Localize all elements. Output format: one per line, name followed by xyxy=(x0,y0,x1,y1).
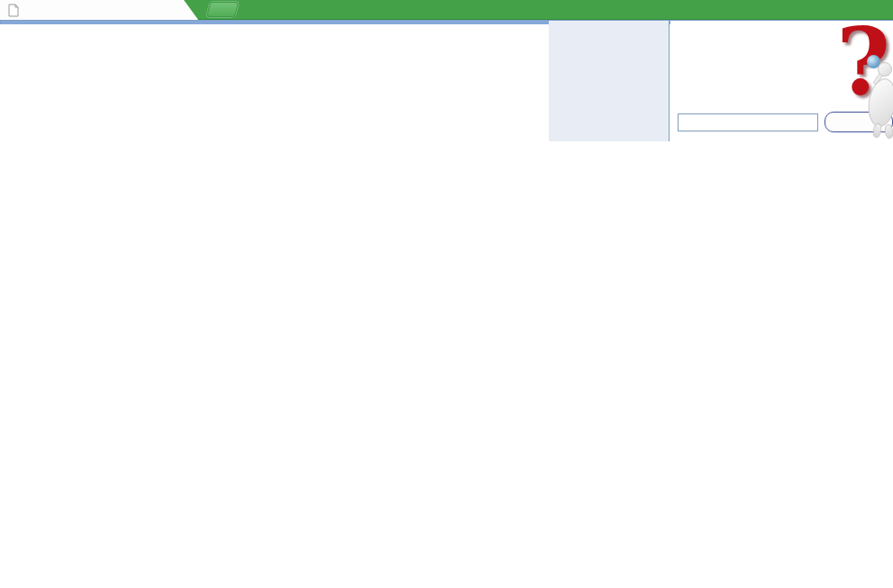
browser-tab-bar xyxy=(0,0,893,20)
photo-size-note-cell xyxy=(549,21,670,141)
page-icon xyxy=(8,4,19,17)
new-tab-button[interactable] xyxy=(206,2,239,17)
photo-upload-cell: ? xyxy=(670,21,893,141)
question-mark-figure-image: ? xyxy=(822,23,893,141)
photo-path-input[interactable] xyxy=(678,113,818,131)
browser-tab[interactable] xyxy=(0,0,200,20)
registration-form: ? xyxy=(0,20,893,24)
